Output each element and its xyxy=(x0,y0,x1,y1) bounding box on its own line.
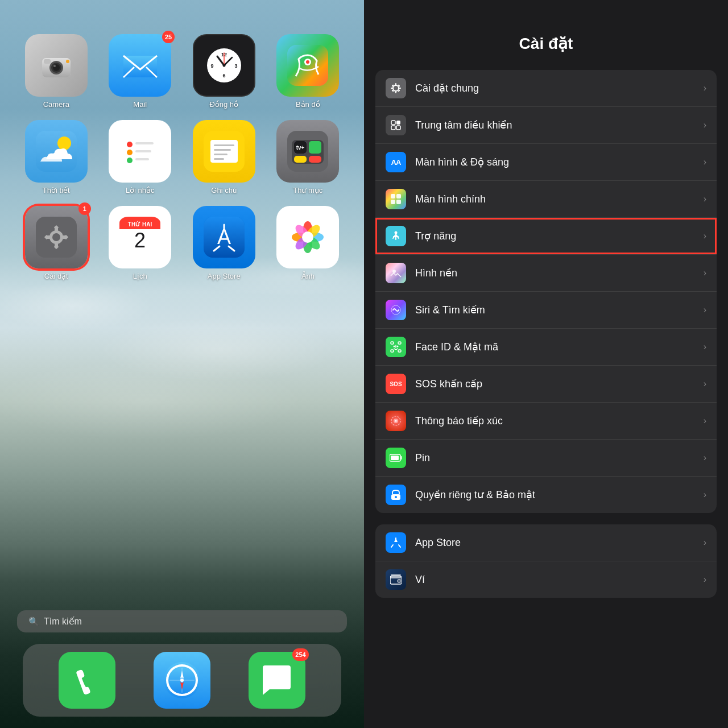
svg-rect-92 xyxy=(391,88,393,89)
control-icon xyxy=(386,115,406,135)
notes-label: Ghi chú xyxy=(211,186,237,195)
svg-rect-37 xyxy=(214,149,231,151)
messages-icon: 254 xyxy=(249,652,305,709)
app-settings[interactable]: 1 xyxy=(17,206,96,280)
svg-text:2: 2 xyxy=(134,229,146,252)
folder-label: Thư mục xyxy=(293,186,322,195)
app-calendar[interactable]: THỨ HAI 2 Lịch xyxy=(101,206,180,280)
svg-rect-110 xyxy=(398,342,401,344)
settings-row-accessibility[interactable]: Trợ năng › xyxy=(375,218,717,255)
settings-row-faceid[interactable]: Face ID & Mật mã › xyxy=(375,329,717,366)
wallet-label: Ví xyxy=(415,574,699,586)
settings-row-privacy[interactable]: Quyền riêng tư & Bảo mật › xyxy=(375,477,717,513)
app-camera[interactable]: Camera xyxy=(17,34,96,109)
safari-icon xyxy=(154,652,210,709)
settings-icon: 1 xyxy=(25,206,88,268)
iphone-homescreen: Camera 25 xyxy=(0,0,364,728)
display-chevron: › xyxy=(704,157,706,167)
svg-rect-109 xyxy=(391,342,394,344)
svg-point-113 xyxy=(394,346,395,348)
sos-icon: SOS xyxy=(386,374,406,394)
mail-label: Mail xyxy=(133,100,147,109)
app-folder[interactable]: tv+ Thư mục xyxy=(269,120,348,195)
svg-rect-128 xyxy=(398,580,401,582)
svg-rect-38 xyxy=(214,154,228,155)
wallpaper-chevron: › xyxy=(704,268,706,278)
svg-rect-111 xyxy=(391,350,394,352)
settings-screen: Cài đặt Cà xyxy=(364,0,728,728)
calendar-icon: THỨ HAI 2 xyxy=(109,206,171,268)
settings-row-appstore2[interactable]: App Store › xyxy=(375,524,717,561)
svg-point-88 xyxy=(180,679,184,682)
reminders-label: Lời nhắc xyxy=(126,186,155,195)
svg-rect-102 xyxy=(391,194,395,198)
app-clock[interactable]: 12 3 6 9 Đồng hồ xyxy=(185,34,263,109)
settings-group-2: App Store › Ví › xyxy=(375,524,717,598)
svg-rect-2 xyxy=(44,59,51,64)
svg-point-6 xyxy=(53,65,56,67)
app-mail[interactable]: 25 Mai xyxy=(101,34,180,109)
notes-icon xyxy=(193,120,255,183)
svg-point-106 xyxy=(395,231,398,234)
control-label: Trung tâm điều khiển xyxy=(415,119,699,131)
svg-rect-105 xyxy=(396,200,401,204)
appstore-icon: A xyxy=(193,206,255,268)
dock-safari[interactable] xyxy=(154,652,210,709)
app-grid: Camera 25 xyxy=(17,34,347,280)
svg-point-51 xyxy=(52,233,60,241)
settings-row-contact[interactable]: Thông báo tiếp xúc › xyxy=(375,403,717,440)
folder-icon: tv+ xyxy=(276,120,339,183)
dock-phone[interactable] xyxy=(59,652,115,709)
dock: 254 xyxy=(23,644,341,717)
appstore-label: App Store xyxy=(208,272,241,280)
app-notes[interactable]: Ghi chú xyxy=(185,120,263,195)
svg-rect-44 xyxy=(309,141,321,154)
wallpaper-label: Hình nền xyxy=(415,267,699,279)
weather-icon xyxy=(25,120,88,183)
app-reminders[interactable]: Lời nhắc xyxy=(101,120,180,195)
settings-label: Cài đặt xyxy=(44,272,68,280)
search-bar[interactable]: 🔍 Tìm kiếm xyxy=(17,610,347,632)
contact-label: Thông báo tiếp xúc xyxy=(415,415,699,427)
app-maps[interactable]: Bản đồ xyxy=(269,34,348,109)
app-photos[interactable]: Ảnh xyxy=(269,206,348,280)
svg-point-80 xyxy=(302,231,313,243)
app-weather[interactable]: Thời tiết xyxy=(17,120,96,195)
camera-label: Camera xyxy=(43,100,69,109)
settings-row-general[interactable]: Cài đặt chung › xyxy=(375,70,717,107)
settings-row-battery[interactable]: Pin › xyxy=(375,440,717,477)
settings-row-control[interactable]: Trung tâm điều khiển › xyxy=(375,107,717,144)
svg-rect-104 xyxy=(391,200,395,204)
svg-line-125 xyxy=(399,545,400,547)
homescreen-icon xyxy=(386,189,406,209)
settings-row-sos[interactable]: SOS SOS khẩn cấp › xyxy=(375,366,717,403)
search-text: Tìm kiếm xyxy=(44,616,82,627)
svg-point-114 xyxy=(397,346,399,348)
siri-chevron: › xyxy=(704,305,706,315)
svg-line-124 xyxy=(391,545,393,547)
appstore2-label: App Store xyxy=(415,537,699,549)
dock-messages[interactable]: 254 xyxy=(249,652,305,709)
camera-icon xyxy=(25,34,88,97)
app-appstore[interactable]: A App Store xyxy=(185,206,263,280)
privacy-chevron: › xyxy=(704,490,706,500)
accessibility-icon xyxy=(386,226,406,246)
svg-point-123 xyxy=(395,496,397,498)
settings-row-wallet[interactable]: Ví › xyxy=(375,561,717,598)
battery-chevron: › xyxy=(704,453,706,463)
svg-point-107 xyxy=(392,270,396,273)
settings-row-homescreen[interactable]: Màn hình chính › xyxy=(375,181,717,218)
clock-icon: 12 3 6 9 xyxy=(193,34,255,97)
svg-rect-93 xyxy=(399,88,401,89)
battery-icon xyxy=(386,448,406,468)
wallpaper-icon xyxy=(386,263,406,283)
svg-text:THỨ HAI: THỨ HAI xyxy=(128,221,152,228)
settings-row-display[interactable]: AA Màn hình & Độ sáng › xyxy=(375,144,717,181)
contact-chevron: › xyxy=(704,416,706,426)
clock-label: Đồng hồ xyxy=(209,100,238,109)
svg-text:tv+: tv+ xyxy=(296,144,305,151)
settings-row-wallpaper[interactable]: Hình nền › xyxy=(375,255,717,292)
svg-point-26 xyxy=(57,136,71,150)
settings-row-siri[interactable]: Siri & Tìm kiếm › xyxy=(375,292,717,329)
settings-header: Cài đặt xyxy=(364,0,728,64)
